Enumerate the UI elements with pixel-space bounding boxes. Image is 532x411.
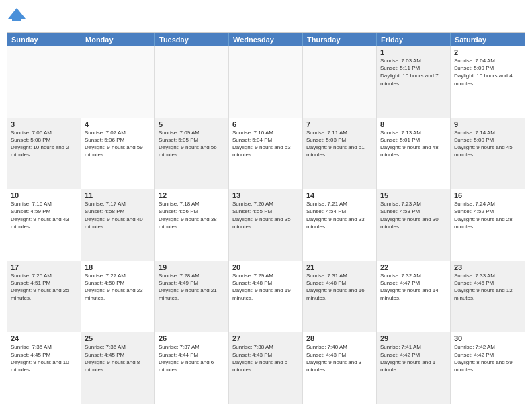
calendar-cell: 10Sunrise: 7:16 AM Sunset: 4:59 PM Dayli… xyxy=(7,189,81,261)
day-number: 21 xyxy=(306,263,373,271)
day-number: 20 xyxy=(232,263,299,271)
calendar-cell: 27Sunrise: 7:38 AM Sunset: 4:43 PM Dayli… xyxy=(229,332,303,404)
day-number: 11 xyxy=(85,191,151,199)
day-info: Sunrise: 7:07 AM Sunset: 5:06 PM Dayligh… xyxy=(85,129,151,159)
day-info: Sunrise: 7:38 AM Sunset: 4:43 PM Dayligh… xyxy=(232,343,299,373)
calendar-cell: 4Sunrise: 7:07 AM Sunset: 5:06 PM Daylig… xyxy=(81,118,155,189)
calendar-row: 1Sunrise: 7:03 AM Sunset: 5:11 PM Daylig… xyxy=(7,46,525,118)
day-info: Sunrise: 7:06 AM Sunset: 5:08 PM Dayligh… xyxy=(11,129,77,159)
day-number: 18 xyxy=(85,263,151,271)
calendar-header: SundayMondayTuesdayWednesdayThursdayFrid… xyxy=(7,33,525,46)
cal-header-day: Tuesday xyxy=(155,33,229,46)
day-info: Sunrise: 7:35 AM Sunset: 4:45 PM Dayligh… xyxy=(11,343,77,373)
day-info: Sunrise: 7:42 AM Sunset: 4:42 PM Dayligh… xyxy=(454,343,521,373)
day-info: Sunrise: 7:31 AM Sunset: 4:48 PM Dayligh… xyxy=(306,272,373,302)
calendar-cell: 18Sunrise: 7:27 AM Sunset: 4:50 PM Dayli… xyxy=(81,261,155,332)
cal-header-day: Saturday xyxy=(451,33,525,46)
calendar-cell: 6Sunrise: 7:10 AM Sunset: 5:04 PM Daylig… xyxy=(229,118,303,189)
calendar-cell: 13Sunrise: 7:20 AM Sunset: 4:55 PM Dayli… xyxy=(229,189,303,261)
calendar-cell: 21Sunrise: 7:31 AM Sunset: 4:48 PM Dayli… xyxy=(303,261,377,332)
calendar-cell: 8Sunrise: 7:13 AM Sunset: 5:01 PM Daylig… xyxy=(377,118,451,189)
calendar-cell: 12Sunrise: 7:18 AM Sunset: 4:56 PM Dayli… xyxy=(155,189,229,261)
day-info: Sunrise: 7:03 AM Sunset: 5:11 PM Dayligh… xyxy=(380,57,447,87)
day-number: 6 xyxy=(232,120,299,128)
calendar-cell xyxy=(81,46,155,118)
day-info: Sunrise: 7:16 AM Sunset: 4:59 PM Dayligh… xyxy=(11,200,77,230)
day-info: Sunrise: 7:23 AM Sunset: 4:53 PM Dayligh… xyxy=(380,200,447,230)
calendar-cell: 23Sunrise: 7:33 AM Sunset: 4:46 PM Dayli… xyxy=(451,261,525,332)
cal-header-day: Wednesday xyxy=(229,33,303,46)
calendar-row: 17Sunrise: 7:25 AM Sunset: 4:51 PM Dayli… xyxy=(7,261,525,333)
day-info: Sunrise: 7:37 AM Sunset: 4:44 PM Dayligh… xyxy=(159,343,225,373)
calendar-cell: 26Sunrise: 7:37 AM Sunset: 4:44 PM Dayli… xyxy=(155,332,229,404)
day-number: 17 xyxy=(11,263,77,271)
cal-header-day: Friday xyxy=(377,33,451,46)
day-info: Sunrise: 7:29 AM Sunset: 4:48 PM Dayligh… xyxy=(232,272,299,302)
cal-header-day: Thursday xyxy=(303,33,377,46)
calendar-cell: 20Sunrise: 7:29 AM Sunset: 4:48 PM Dayli… xyxy=(229,261,303,332)
day-number: 8 xyxy=(380,120,447,128)
day-number: 30 xyxy=(454,334,521,342)
day-number: 2 xyxy=(454,48,521,56)
calendar-cell: 3Sunrise: 7:06 AM Sunset: 5:08 PM Daylig… xyxy=(7,118,81,189)
calendar-cell: 2Sunrise: 7:04 AM Sunset: 5:09 PM Daylig… xyxy=(451,46,525,118)
day-info: Sunrise: 7:27 AM Sunset: 4:50 PM Dayligh… xyxy=(85,272,151,302)
day-number: 7 xyxy=(306,120,373,128)
calendar-cell: 17Sunrise: 7:25 AM Sunset: 4:51 PM Dayli… xyxy=(7,261,81,332)
day-info: Sunrise: 7:33 AM Sunset: 4:46 PM Dayligh… xyxy=(454,272,521,302)
day-info: Sunrise: 7:24 AM Sunset: 4:52 PM Dayligh… xyxy=(454,200,521,230)
cal-header-day: Monday xyxy=(81,33,155,46)
page: SundayMondayTuesdayWednesdayThursdayFrid… xyxy=(0,0,532,411)
day-info: Sunrise: 7:40 AM Sunset: 4:43 PM Dayligh… xyxy=(306,343,373,373)
day-number: 3 xyxy=(11,120,77,128)
day-info: Sunrise: 7:14 AM Sunset: 5:00 PM Dayligh… xyxy=(454,129,521,159)
day-info: Sunrise: 7:17 AM Sunset: 4:58 PM Dayligh… xyxy=(85,200,151,230)
day-number: 12 xyxy=(159,191,225,199)
calendar-cell: 16Sunrise: 7:24 AM Sunset: 4:52 PM Dayli… xyxy=(451,189,525,261)
day-info: Sunrise: 7:21 AM Sunset: 4:54 PM Dayligh… xyxy=(306,200,373,230)
day-info: Sunrise: 7:32 AM Sunset: 4:47 PM Dayligh… xyxy=(380,272,447,302)
day-number: 22 xyxy=(380,263,447,271)
calendar-cell xyxy=(303,46,377,118)
calendar-cell: 5Sunrise: 7:09 AM Sunset: 5:05 PM Daylig… xyxy=(155,118,229,189)
calendar-cell: 30Sunrise: 7:42 AM Sunset: 4:42 PM Dayli… xyxy=(451,332,525,404)
svg-marker-0 xyxy=(8,8,26,19)
day-number: 23 xyxy=(454,263,521,271)
calendar-cell: 15Sunrise: 7:23 AM Sunset: 4:53 PM Dayli… xyxy=(377,189,451,261)
calendar-cell xyxy=(155,46,229,118)
day-number: 4 xyxy=(85,120,151,128)
day-number: 25 xyxy=(85,334,151,342)
calendar-cell: 1Sunrise: 7:03 AM Sunset: 5:11 PM Daylig… xyxy=(377,46,451,118)
calendar-cell: 25Sunrise: 7:36 AM Sunset: 4:45 PM Dayli… xyxy=(81,332,155,404)
calendar: SundayMondayTuesdayWednesdayThursdayFrid… xyxy=(7,32,525,404)
day-number: 24 xyxy=(11,334,77,342)
day-info: Sunrise: 7:09 AM Sunset: 5:05 PM Dayligh… xyxy=(159,129,225,159)
day-number: 29 xyxy=(380,334,447,342)
day-number: 19 xyxy=(159,263,225,271)
calendar-cell: 22Sunrise: 7:32 AM Sunset: 4:47 PM Dayli… xyxy=(377,261,451,332)
day-number: 16 xyxy=(454,191,521,199)
day-info: Sunrise: 7:28 AM Sunset: 4:49 PM Dayligh… xyxy=(159,272,225,302)
calendar-cell: 7Sunrise: 7:11 AM Sunset: 5:03 PM Daylig… xyxy=(303,118,377,189)
day-number: 14 xyxy=(306,191,373,199)
day-info: Sunrise: 7:25 AM Sunset: 4:51 PM Dayligh… xyxy=(11,272,77,302)
day-info: Sunrise: 7:41 AM Sunset: 4:42 PM Dayligh… xyxy=(380,343,447,373)
day-number: 27 xyxy=(232,334,299,342)
day-info: Sunrise: 7:13 AM Sunset: 5:01 PM Dayligh… xyxy=(380,129,447,159)
calendar-cell xyxy=(229,46,303,118)
day-number: 5 xyxy=(159,120,225,128)
logo-icon xyxy=(7,7,27,27)
calendar-row: 24Sunrise: 7:35 AM Sunset: 4:45 PM Dayli… xyxy=(7,332,525,404)
calendar-cell: 24Sunrise: 7:35 AM Sunset: 4:45 PM Dayli… xyxy=(7,332,81,404)
day-number: 10 xyxy=(11,191,77,199)
calendar-row: 10Sunrise: 7:16 AM Sunset: 4:59 PM Dayli… xyxy=(7,189,525,261)
day-number: 9 xyxy=(454,120,521,128)
day-info: Sunrise: 7:11 AM Sunset: 5:03 PM Dayligh… xyxy=(306,129,373,159)
day-number: 13 xyxy=(232,191,299,199)
calendar-cell: 19Sunrise: 7:28 AM Sunset: 4:49 PM Dayli… xyxy=(155,261,229,332)
day-number: 28 xyxy=(306,334,373,342)
calendar-cell: 14Sunrise: 7:21 AM Sunset: 4:54 PM Dayli… xyxy=(303,189,377,261)
calendar-body: 1Sunrise: 7:03 AM Sunset: 5:11 PM Daylig… xyxy=(7,46,525,404)
header xyxy=(7,7,525,27)
calendar-cell: 11Sunrise: 7:17 AM Sunset: 4:58 PM Dayli… xyxy=(81,189,155,261)
